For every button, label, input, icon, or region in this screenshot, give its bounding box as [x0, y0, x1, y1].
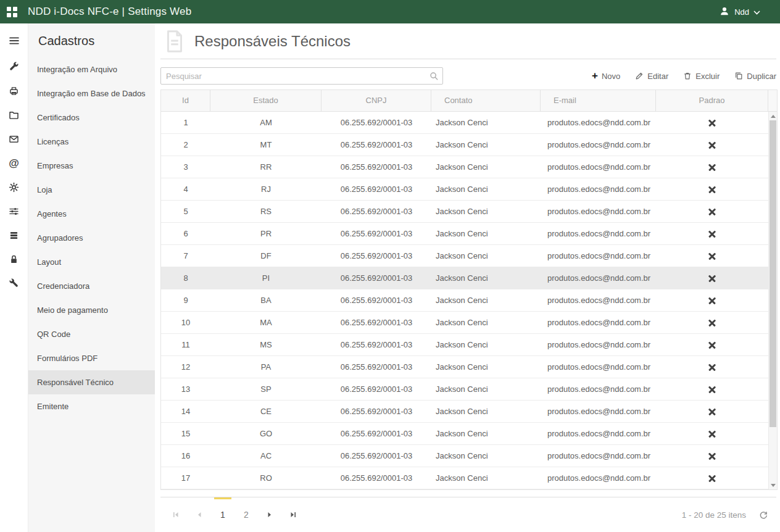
cell-cnpj: 06.255.692/0001-03	[322, 162, 431, 172]
rail-item-maintenance[interactable]	[0, 272, 28, 296]
cell-cnpj: 06.255.692/0001-03	[322, 340, 431, 349]
table-row[interactable]: 1 AM 06.255.692/0001-03 Jackson Cenci pr…	[161, 112, 768, 134]
sidebar-item-certificados[interactable]: Certificados	[28, 106, 155, 130]
table-row[interactable]: 2 MT 06.255.692/0001-03 Jackson Cenci pr…	[161, 134, 768, 156]
new-button-label: Novo	[602, 72, 620, 81]
rail-item-security[interactable]	[0, 247, 28, 272]
table-row[interactable]: 16 AC 06.255.692/0001-03 Jackson Cenci p…	[161, 445, 768, 467]
sidebar-item-licencas[interactable]: Licenças	[28, 130, 155, 154]
table-row[interactable]: 7 DF 06.255.692/0001-03 Jackson Cenci pr…	[161, 245, 768, 267]
table-row[interactable]: 6 PR 06.255.692/0001-03 Jackson Cenci pr…	[161, 223, 768, 245]
delete-button[interactable]: Excluir	[683, 72, 720, 81]
app-grid-icon[interactable]	[7, 7, 17, 17]
cross-icon	[708, 475, 716, 482]
cross-icon	[708, 141, 716, 149]
sidebar-item-integracao-em-base-de-dados[interactable]: Integração em Base de Dados	[28, 81, 155, 106]
sidebar-item-empresas[interactable]: Empresas	[28, 154, 155, 178]
user-menu[interactable]: Ndd	[719, 6, 771, 19]
plus-icon: +	[592, 70, 598, 81]
table-row[interactable]: 9 BA 06.255.692/0001-03 Jackson Cenci pr…	[161, 289, 768, 312]
sidebar-item-integracao-em-arquivo[interactable]: Integração em Arquivo	[28, 57, 155, 81]
column-header-email[interactable]: E-mail	[541, 90, 656, 112]
last-page-button[interactable]	[281, 497, 305, 532]
column-header-estado[interactable]: Estado	[210, 90, 322, 112]
sidebar-item-layout[interactable]: Layout	[28, 250, 155, 274]
page-button-1[interactable]: 1	[211, 497, 234, 532]
new-button[interactable]: + Novo	[592, 72, 620, 81]
rail-item-menu[interactable]	[0, 28, 28, 52]
sidebar-item-responsavel-tecnico[interactable]: Responsável Técnico	[28, 370, 155, 394]
page-button-2[interactable]: 2	[234, 497, 258, 532]
sidebar-item-emitente[interactable]: Emitente	[28, 394, 155, 418]
cross-icon	[708, 452, 716, 460]
cell-contato: Jackson Cenci	[431, 185, 541, 194]
table-row[interactable]: 8 PI 06.255.692/0001-03 Jackson Cenci pr…	[161, 267, 768, 289]
at-icon: @	[9, 157, 19, 170]
sidebar-item-label: Formulários PDF	[37, 354, 98, 363]
rail-item-sliders[interactable]	[0, 199, 28, 223]
table-row[interactable]: 12 PA 06.255.692/0001-03 Jackson Cenci p…	[161, 356, 768, 378]
pager-info: 1 - 20 de 25 itens	[682, 510, 746, 520]
cell-contato: Jackson Cenci	[431, 318, 541, 327]
refresh-icon[interactable]	[758, 510, 768, 520]
column-header-id[interactable]: Id	[161, 90, 210, 112]
edit-button[interactable]: Editar	[635, 72, 668, 81]
search-input[interactable]	[161, 68, 429, 84]
table-row[interactable]: 11 MS 06.255.692/0001-03 Jackson Cenci p…	[161, 334, 768, 356]
column-header-padrao[interactable]: Padrao	[656, 90, 768, 112]
table-row[interactable]: 5 RS 06.255.692/0001-03 Jackson Cenci pr…	[161, 201, 768, 223]
prev-page-button[interactable]	[188, 497, 211, 532]
table-row[interactable]: 15 GO 06.255.692/0001-03 Jackson Cenci p…	[161, 423, 768, 445]
cell-contato: Jackson Cenci	[431, 118, 541, 127]
cross-icon	[708, 297, 716, 304]
menu-icon	[8, 35, 20, 47]
rail-item-mail[interactable]	[0, 127, 28, 151]
sidebar-item-credenciadora[interactable]: Credenciadora	[28, 274, 155, 298]
cell-cnpj: 06.255.692/0001-03	[322, 251, 431, 260]
cell-id: 13	[161, 384, 210, 394]
scrollbar-thumb[interactable]	[770, 120, 776, 427]
column-header-cnpj[interactable]: CNPJ	[322, 90, 431, 112]
table-row[interactable]: 4 RJ 06.255.692/0001-03 Jackson Cenci pr…	[161, 178, 768, 201]
sidebar-item-formularios-pdf[interactable]: Formulários PDF	[28, 346, 155, 370]
scrollbar-down-arrow[interactable]	[769, 481, 777, 489]
table-row[interactable]: 13 SP 06.255.692/0001-03 Jackson Cenci p…	[161, 378, 768, 401]
rail-item-at[interactable]: @	[0, 151, 28, 175]
cell-id: 5	[161, 207, 210, 216]
sidebar-item-label: QR Code	[37, 330, 70, 339]
first-page-button[interactable]	[164, 497, 188, 532]
column-header-contato[interactable]: Contato	[431, 90, 541, 112]
cell-cnpj: 06.255.692/0001-03	[322, 407, 431, 416]
table-row[interactable]: 17 RO 06.255.692/0001-03 Jackson Cenci p…	[161, 467, 768, 489]
toolbar-actions: + Novo Editar Excluir Duplicar	[592, 72, 776, 81]
sidebar-item-agentes[interactable]: Agentes	[28, 202, 155, 226]
sidebar-item-loja[interactable]: Loja	[28, 178, 155, 202]
sidebar-item-qr-code[interactable]: QR Code	[28, 322, 155, 346]
cell-id: 2	[161, 140, 210, 149]
sidebar-item-label: Emitente	[37, 402, 68, 411]
rail-item-layers[interactable]	[0, 223, 28, 247]
rail-item-settings[interactable]	[0, 175, 28, 199]
cell-padrao	[656, 408, 768, 415]
header-scrollbar-filler	[768, 90, 777, 112]
vertical-scrollbar[interactable]	[768, 112, 777, 489]
cross-icon	[708, 119, 716, 127]
cell-email: produtos.edocs@ndd.com.br	[541, 296, 656, 305]
table-row[interactable]: 10 MA 06.255.692/0001-03 Jackson Cenci p…	[161, 312, 768, 334]
duplicate-button[interactable]: Duplicar	[734, 72, 776, 81]
folder-icon	[8, 109, 20, 121]
cell-id: 7	[161, 251, 210, 260]
sidebar-item-meio-de-pagamento[interactable]: Meio de pagamento	[28, 298, 155, 322]
table-row[interactable]: 14 CE 06.255.692/0001-03 Jackson Cenci p…	[161, 401, 768, 423]
sidebar-item-agrupadores[interactable]: Agrupadores	[28, 226, 155, 250]
table-row[interactable]: 3 RR 06.255.692/0001-03 Jackson Cenci pr…	[161, 156, 768, 178]
rail-item-tools[interactable]	[0, 55, 28, 79]
cell-email: produtos.edocs@ndd.com.br	[541, 162, 656, 172]
next-page-button[interactable]	[258, 497, 281, 532]
rail-item-cadastros[interactable]	[0, 103, 28, 127]
cross-icon	[708, 408, 716, 415]
rail-item-printer[interactable]	[0, 79, 28, 103]
cell-padrao	[656, 452, 768, 460]
cell-estado: AM	[210, 118, 322, 127]
scrollbar-up-arrow[interactable]	[769, 112, 777, 120]
